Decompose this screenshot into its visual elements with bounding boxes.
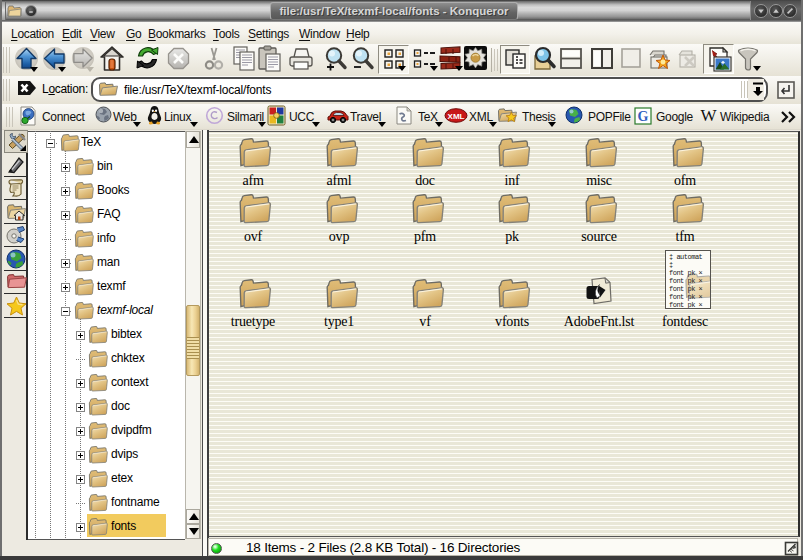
svg-text:W: W (700, 106, 717, 124)
svg-text:XML: XML (448, 112, 465, 121)
svg-text:G: G (638, 109, 649, 124)
